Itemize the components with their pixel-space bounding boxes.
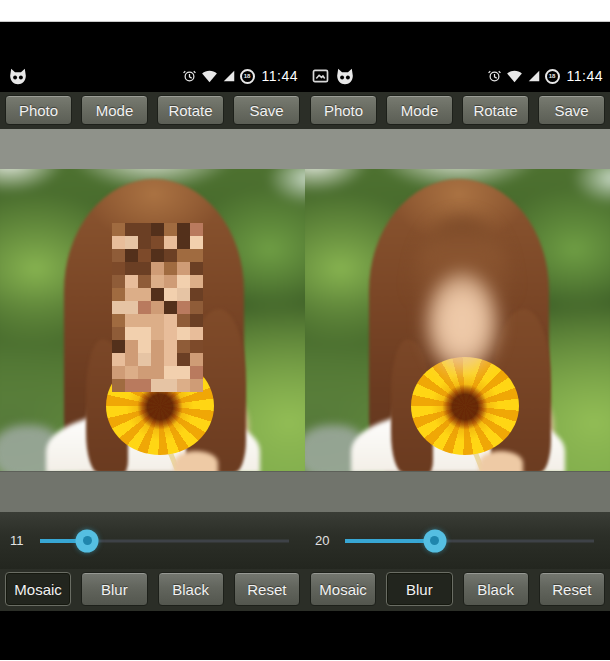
black-button[interactable]: Black xyxy=(463,572,529,606)
status-time: 11:44 xyxy=(567,68,604,84)
status-bar: 18 11:44 xyxy=(305,22,610,92)
bottom-black-area xyxy=(0,611,305,660)
bottom-black-area xyxy=(305,611,610,660)
save-button[interactable]: Save xyxy=(538,95,605,125)
slider-thumb[interactable] xyxy=(423,529,446,552)
screenshot-blur: 18 11:44 Photo Mode Rotate Save xyxy=(305,22,610,660)
mosaic-button[interactable]: Mosaic xyxy=(5,572,71,606)
photo-canvas-mosaic[interactable] xyxy=(0,169,305,471)
alarm-icon xyxy=(182,69,197,84)
screenshot-icon xyxy=(312,69,329,83)
rotate-button[interactable]: Rotate xyxy=(462,95,529,125)
strength-slider[interactable] xyxy=(345,529,594,553)
wifi-icon xyxy=(506,69,523,83)
battery-circle-icon: 18 xyxy=(545,69,560,84)
signal-icon xyxy=(527,69,541,83)
photo-canvas-blur[interactable] xyxy=(305,169,610,471)
signal-icon xyxy=(222,69,236,83)
blur-button[interactable]: Blur xyxy=(386,572,452,606)
slider-fill xyxy=(345,539,435,543)
strength-slider[interactable] xyxy=(40,529,289,553)
side-by-side-comparison: 18 11:44 Photo Mode Rotate Save xyxy=(0,0,610,661)
page-margin xyxy=(0,0,610,22)
effect-strength-row: 20 xyxy=(305,512,610,569)
screenshot-mosaic: 18 11:44 Photo Mode Rotate Save xyxy=(0,22,305,660)
photo-button[interactable]: Photo xyxy=(5,95,72,125)
battery-circle-icon: 18 xyxy=(240,69,255,84)
top-toolbar: Photo Mode Rotate Save xyxy=(305,92,610,129)
photo-button[interactable]: Photo xyxy=(310,95,377,125)
slider-thumb[interactable] xyxy=(76,529,99,552)
slider-value: 11 xyxy=(10,533,40,548)
mosaic-face-effect xyxy=(112,223,203,392)
spacer-band xyxy=(0,471,305,512)
spacer-band xyxy=(0,129,305,169)
cyanogenmod-mascot-icon xyxy=(7,68,29,85)
rotate-button[interactable]: Rotate xyxy=(157,95,224,125)
blur-button[interactable]: Blur xyxy=(81,572,147,606)
black-button[interactable]: Black xyxy=(158,572,224,606)
status-time: 11:44 xyxy=(262,68,299,84)
mode-button[interactable]: Mode xyxy=(81,95,148,125)
effect-toolbar: Mosaic Blur Black Reset xyxy=(305,569,610,611)
reset-button[interactable]: Reset xyxy=(539,572,605,606)
screens-container: 18 11:44 Photo Mode Rotate Save xyxy=(0,22,610,660)
status-bar: 18 11:44 xyxy=(0,22,305,92)
wifi-icon xyxy=(201,69,218,83)
mosaic-button[interactable]: Mosaic xyxy=(310,572,376,606)
slider-value: 20 xyxy=(315,533,345,548)
alarm-icon xyxy=(487,69,502,84)
sunflower-center xyxy=(137,386,183,430)
effect-toolbar: Mosaic Blur Black Reset xyxy=(0,569,305,611)
reset-button[interactable]: Reset xyxy=(234,572,300,606)
cyanogenmod-mascot-icon xyxy=(334,68,356,85)
top-toolbar: Photo Mode Rotate Save xyxy=(0,92,305,129)
spacer-band xyxy=(305,129,610,169)
blur-face-effect xyxy=(413,217,511,393)
save-button[interactable]: Save xyxy=(233,95,300,125)
mode-button[interactable]: Mode xyxy=(386,95,453,125)
effect-strength-row: 11 xyxy=(0,512,305,569)
spacer-band xyxy=(305,471,610,512)
